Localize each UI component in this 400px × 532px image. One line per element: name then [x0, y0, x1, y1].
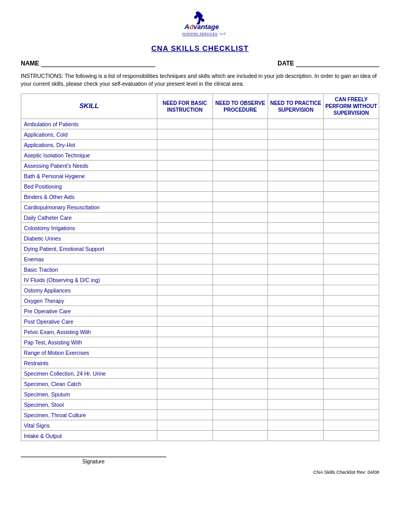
check-cell[interactable] [212, 254, 268, 264]
check-cell[interactable] [268, 420, 324, 431]
check-cell[interactable] [212, 358, 268, 368]
check-cell[interactable] [212, 223, 268, 233]
check-cell[interactable] [212, 150, 268, 161]
check-cell[interactable] [157, 389, 212, 400]
check-cell[interactable] [324, 316, 379, 327]
check-cell[interactable] [157, 264, 212, 275]
check-cell[interactable] [324, 327, 379, 337]
check-cell[interactable] [268, 358, 324, 368]
check-cell[interactable] [324, 181, 379, 192]
check-cell[interactable] [157, 379, 212, 389]
check-cell[interactable] [212, 212, 268, 223]
check-cell[interactable] [157, 202, 212, 212]
check-cell[interactable] [324, 140, 379, 150]
check-cell[interactable] [324, 161, 379, 171]
check-cell[interactable] [324, 212, 379, 223]
check-cell[interactable] [268, 337, 324, 348]
check-cell[interactable] [157, 150, 212, 161]
check-cell[interactable] [324, 223, 379, 233]
check-cell[interactable] [324, 410, 379, 420]
check-cell[interactable] [324, 233, 379, 244]
check-cell[interactable] [268, 389, 324, 400]
check-cell[interactable] [157, 161, 212, 171]
check-cell[interactable] [157, 285, 212, 296]
check-cell[interactable] [212, 348, 268, 358]
check-cell[interactable] [268, 264, 324, 275]
check-cell[interactable] [157, 140, 212, 150]
check-cell[interactable] [157, 254, 212, 264]
check-cell[interactable] [324, 244, 379, 254]
check-cell[interactable] [324, 285, 379, 296]
check-cell[interactable] [157, 400, 212, 410]
check-cell[interactable] [212, 379, 268, 389]
check-cell[interactable] [268, 379, 324, 389]
check-cell[interactable] [212, 161, 268, 171]
check-cell[interactable] [212, 316, 268, 327]
check-cell[interactable] [268, 244, 324, 254]
check-cell[interactable] [324, 368, 379, 379]
check-cell[interactable] [212, 431, 268, 441]
check-cell[interactable] [268, 285, 324, 296]
check-cell[interactable] [268, 368, 324, 379]
check-cell[interactable] [212, 296, 268, 306]
check-cell[interactable] [157, 410, 212, 420]
check-cell[interactable] [212, 119, 268, 129]
check-cell[interactable] [212, 275, 268, 285]
check-cell[interactable] [268, 223, 324, 233]
check-cell[interactable] [157, 316, 212, 327]
check-cell[interactable] [268, 171, 324, 181]
check-cell[interactable] [157, 337, 212, 348]
check-cell[interactable] [324, 420, 379, 431]
check-cell[interactable] [268, 212, 324, 223]
check-cell[interactable] [268, 161, 324, 171]
check-cell[interactable] [212, 285, 268, 296]
check-cell[interactable] [268, 192, 324, 202]
check-cell[interactable] [212, 202, 268, 212]
check-cell[interactable] [268, 233, 324, 244]
check-cell[interactable] [157, 358, 212, 368]
check-cell[interactable] [157, 306, 212, 316]
check-cell[interactable] [157, 296, 212, 306]
check-cell[interactable] [268, 306, 324, 316]
check-cell[interactable] [212, 420, 268, 431]
check-cell[interactable] [212, 129, 268, 140]
check-cell[interactable] [212, 244, 268, 254]
check-cell[interactable] [157, 368, 212, 379]
check-cell[interactable] [212, 171, 268, 181]
check-cell[interactable] [324, 129, 379, 140]
check-cell[interactable] [324, 348, 379, 358]
check-cell[interactable] [212, 264, 268, 275]
check-cell[interactable] [324, 400, 379, 410]
check-cell[interactable] [324, 379, 379, 389]
check-cell[interactable] [212, 140, 268, 150]
check-cell[interactable] [212, 400, 268, 410]
check-cell[interactable] [157, 129, 212, 140]
check-cell[interactable] [324, 431, 379, 441]
check-cell[interactable] [157, 327, 212, 337]
check-cell[interactable] [324, 306, 379, 316]
check-cell[interactable] [268, 150, 324, 161]
check-cell[interactable] [324, 119, 379, 129]
check-cell[interactable] [268, 327, 324, 337]
check-cell[interactable] [212, 327, 268, 337]
check-cell[interactable] [324, 275, 379, 285]
check-cell[interactable] [324, 337, 379, 348]
check-cell[interactable] [157, 233, 212, 244]
check-cell[interactable] [212, 181, 268, 192]
name-input-line[interactable] [41, 58, 155, 67]
check-cell[interactable] [157, 119, 212, 129]
check-cell[interactable] [268, 296, 324, 306]
check-cell[interactable] [324, 358, 379, 368]
check-cell[interactable] [324, 254, 379, 264]
check-cell[interactable] [212, 389, 268, 400]
date-input-line[interactable] [296, 58, 379, 67]
check-cell[interactable] [268, 140, 324, 150]
check-cell[interactable] [324, 171, 379, 181]
check-cell[interactable] [324, 202, 379, 212]
check-cell[interactable] [157, 431, 212, 441]
check-cell[interactable] [324, 389, 379, 400]
check-cell[interactable] [157, 244, 212, 254]
check-cell[interactable] [157, 171, 212, 181]
check-cell[interactable] [268, 316, 324, 327]
check-cell[interactable] [157, 275, 212, 285]
